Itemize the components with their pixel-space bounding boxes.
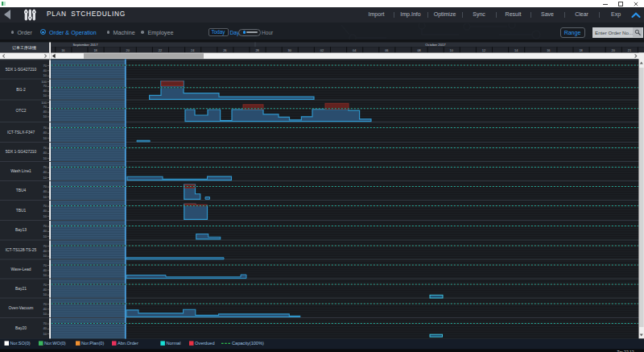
svg-text:40: 40 bbox=[43, 307, 47, 311]
svg-text:100: 100 bbox=[41, 80, 47, 84]
svg-text:10: 10 bbox=[43, 73, 47, 77]
svg-text:12: 12 bbox=[482, 48, 485, 52]
svg-text:Wave-Lead: Wave-Lead bbox=[11, 267, 31, 271]
svg-text:70: 70 bbox=[43, 84, 47, 88]
svg-text:Capacity(100%): Capacity(100%) bbox=[232, 341, 264, 346]
svg-text:10: 10 bbox=[43, 312, 47, 316]
svg-text:70: 70 bbox=[43, 64, 47, 68]
svg-text:70: 70 bbox=[43, 224, 47, 228]
svg-text:BI1-2: BI1-2 bbox=[16, 88, 26, 92]
svg-text:10: 10 bbox=[43, 93, 47, 97]
svg-text:18: 18 bbox=[579, 48, 582, 52]
svg-text:Nor.Plan(0): Nor.Plan(0) bbox=[81, 341, 104, 346]
svg-text:Tm 22.12: Tm 22.12 bbox=[617, 350, 634, 352]
svg-text:06: 06 bbox=[385, 48, 388, 52]
svg-text:70: 70 bbox=[43, 165, 47, 169]
svg-text:70: 70 bbox=[43, 204, 47, 208]
svg-text:10: 10 bbox=[43, 292, 47, 296]
svg-text:Nor.WO(0): Nor.WO(0) bbox=[44, 341, 66, 346]
svg-text:订单工序详情: 订单工序详情 bbox=[12, 45, 36, 51]
svg-text:Nor.SO(0): Nor.SO(0) bbox=[10, 341, 31, 346]
svg-text:18: 18 bbox=[93, 48, 97, 52]
svg-text:16: 16 bbox=[61, 48, 64, 52]
svg-text:40: 40 bbox=[43, 110, 47, 114]
svg-text:70: 70 bbox=[43, 184, 47, 188]
svg-text:5DX 1-SG427210: 5DX 1-SG427210 bbox=[6, 68, 37, 72]
svg-text:Bay20: Bay20 bbox=[15, 326, 27, 330]
svg-text:TBU1: TBU1 bbox=[16, 209, 27, 213]
svg-text:22: 22 bbox=[159, 48, 162, 52]
svg-text:October 2017: October 2017 bbox=[425, 43, 446, 47]
svg-text:OTC2: OTC2 bbox=[15, 109, 26, 113]
svg-text:40: 40 bbox=[43, 229, 47, 233]
svg-text:10: 10 bbox=[43, 214, 47, 218]
svg-text:TBU4: TBU4 bbox=[16, 188, 27, 193]
svg-text:10: 10 bbox=[43, 332, 47, 336]
svg-text:40: 40 bbox=[43, 249, 47, 253]
svg-text:10: 10 bbox=[43, 254, 47, 258]
svg-text:10: 10 bbox=[43, 156, 47, 160]
svg-text:10: 10 bbox=[43, 176, 47, 180]
svg-text:70: 70 bbox=[43, 126, 47, 130]
svg-text:40: 40 bbox=[43, 189, 47, 193]
svg-text:Normal: Normal bbox=[166, 341, 180, 346]
svg-text:10: 10 bbox=[43, 136, 47, 140]
svg-text:5DX 1-SG427210: 5DX 1-SG427210 bbox=[6, 150, 37, 154]
svg-text:40: 40 bbox=[43, 288, 47, 292]
svg-text:Bay21: Bay21 bbox=[15, 287, 27, 291]
svg-text:16: 16 bbox=[547, 48, 550, 52]
svg-text:70: 70 bbox=[43, 321, 47, 325]
svg-text:40: 40 bbox=[43, 130, 47, 135]
svg-text:70: 70 bbox=[43, 263, 47, 267]
svg-text:10: 10 bbox=[43, 195, 47, 199]
svg-text:10: 10 bbox=[43, 114, 47, 118]
svg-text:Bay13: Bay13 bbox=[15, 228, 27, 232]
svg-text:40: 40 bbox=[43, 209, 47, 213]
svg-text:40: 40 bbox=[43, 151, 47, 155]
svg-text:08: 08 bbox=[417, 48, 420, 52]
svg-text:Wash Line1: Wash Line1 bbox=[10, 169, 31, 173]
svg-text:10: 10 bbox=[43, 234, 47, 238]
svg-text:10: 10 bbox=[43, 273, 47, 277]
svg-text:Oven-Vacuum: Oven-Vacuum bbox=[9, 306, 34, 310]
svg-text:100: 100 bbox=[41, 101, 47, 105]
svg-text:40: 40 bbox=[43, 268, 47, 272]
svg-text:40: 40 bbox=[43, 326, 47, 330]
svg-text:70: 70 bbox=[43, 283, 47, 287]
svg-text:70: 70 bbox=[43, 146, 47, 150]
svg-text:02: 02 bbox=[320, 48, 324, 52]
svg-text:40: 40 bbox=[43, 170, 47, 174]
svg-text:70: 70 bbox=[43, 244, 47, 248]
svg-text:Abn.Order: Abn.Order bbox=[118, 341, 138, 346]
svg-text:ICT-TSLX-F347: ICT-TSLX-F347 bbox=[7, 130, 35, 135]
svg-text:70: 70 bbox=[43, 302, 47, 306]
svg-text:70: 70 bbox=[43, 105, 47, 109]
svg-text:21: 21 bbox=[628, 48, 631, 52]
svg-text:28: 28 bbox=[255, 48, 258, 52]
svg-text:ICT-TS128-TS-25: ICT-TS128-TS-25 bbox=[6, 248, 37, 252]
svg-text:Overdued: Overdued bbox=[195, 341, 215, 346]
svg-text:26: 26 bbox=[223, 48, 226, 52]
svg-text:September 2017: September 2017 bbox=[73, 43, 99, 47]
svg-text:40: 40 bbox=[43, 68, 47, 72]
svg-text:40: 40 bbox=[43, 89, 47, 93]
